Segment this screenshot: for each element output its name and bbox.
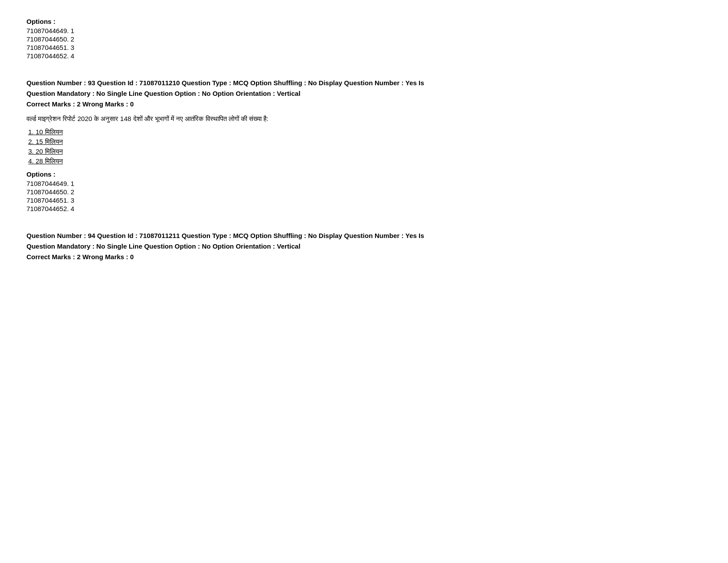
q93-answer-1: 1. 10 मिलियन	[28, 128, 702, 136]
question-93-answer-options: 1. 10 मिलियन 2. 15 मिलियन 3. 20 मिलियन 4…	[26, 128, 702, 165]
top-options-section: Options : 71087044649. 1 71087044650. 2 …	[26, 18, 702, 60]
top-options-label: Options :	[26, 18, 702, 25]
q93-option-4: 71087044652. 4	[26, 205, 702, 212]
question-93-text: वर्ल्ड माइग्रेशन रिपोर्ट 2020 के अनुसार …	[26, 115, 702, 123]
question-93-marks: Correct Marks : 2 Wrong Marks : 0	[26, 99, 702, 110]
question-94-marks: Correct Marks : 2 Wrong Marks : 0	[26, 252, 702, 262]
q93-options-list: 71087044649. 1 71087044650. 2 7108704465…	[26, 180, 702, 212]
q93-answer-3: 3. 20 मिलियन	[28, 147, 702, 155]
question-94-header-line1: Question Number : 94 Question Id : 71087…	[26, 230, 702, 241]
question-93-header-line2: Question Mandatory : No Single Line Ques…	[26, 88, 702, 99]
q93-option-1: 71087044649. 1	[26, 180, 702, 187]
question-93-block: Question Number : 93 Question Id : 71087…	[26, 70, 702, 212]
question-93-header-line1: Question Number : 93 Question Id : 71087…	[26, 78, 702, 88]
top-option-2: 71087044650. 2	[26, 35, 702, 43]
q93-options-label: Options :	[26, 170, 702, 178]
q93-option-3: 71087044651. 3	[26, 196, 702, 204]
top-option-4: 71087044652. 4	[26, 52, 702, 60]
q93-option-2: 71087044650. 2	[26, 188, 702, 196]
question-94-header: Question Number : 94 Question Id : 71087…	[26, 223, 702, 262]
question-94-block: Question Number : 94 Question Id : 71087…	[26, 223, 702, 262]
question-94-header-line2: Question Mandatory : No Single Line Ques…	[26, 241, 702, 252]
top-option-1: 71087044649. 1	[26, 27, 702, 34]
question-93-header: Question Number : 93 Question Id : 71087…	[26, 70, 702, 110]
top-options-list: 71087044649. 1 71087044650. 2 7108704465…	[26, 27, 702, 60]
top-option-3: 71087044651. 3	[26, 44, 702, 51]
q93-answer-2: 2. 15 मिलियन	[28, 138, 702, 146]
q93-answer-4: 4. 28 मिलियन	[28, 157, 702, 165]
